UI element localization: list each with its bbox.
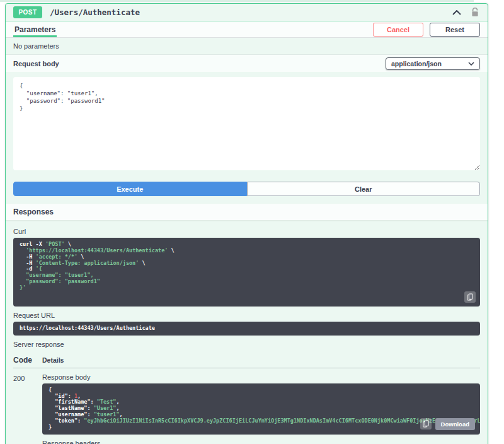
opblock-summary[interactable]: POST /Users/Authenticate: [6, 4, 488, 21]
request-body-area: { "username": "tuser1", "password": "pas…: [6, 72, 488, 177]
responses-inner: Curl curl -X 'POST' \ 'https://localhost…: [6, 220, 488, 444]
content-type-value: application/json: [391, 60, 442, 67]
chevron-up-icon: [452, 10, 461, 15]
code-line: "password": "password1": [20, 279, 474, 285]
authorize-lock-button[interactable]: [470, 6, 480, 18]
response-body-label: Response body: [42, 373, 480, 381]
response-headers-label: Response headers: [42, 440, 480, 444]
download-button[interactable]: Download: [435, 418, 475, 430]
response-body-text: { "id": 1, "firstName": "Test", "lastNam…: [49, 387, 474, 431]
code-line: }': [20, 285, 474, 291]
clipboard-icon: [467, 293, 473, 301]
server-response-row: 200 Response body { "id": 1, "firstName"…: [13, 368, 480, 444]
server-response-table-header: Code Details: [13, 351, 480, 368]
code-line: 'https://localhost:44343/Users/Authentic…: [20, 248, 474, 254]
content-type-select[interactable]: application/json: [386, 57, 480, 70]
curl-command-block: curl -X 'POST' \ 'https://localhost:4434…: [13, 238, 480, 307]
endpoint-path: /Users/Authenticate: [50, 8, 140, 17]
clipboard-icon: [423, 420, 429, 428]
operation-tabbar: Parameters Cancel Reset: [6, 21, 488, 38]
cancel-button[interactable]: Cancel: [373, 23, 423, 37]
clear-button[interactable]: Clear: [247, 182, 481, 196]
code-line: -H 'Content-Type: application/json' \: [20, 260, 474, 267]
request-url-value: https://localhost:44343/Users/Authentica…: [13, 322, 480, 336]
responses-section-title: Responses: [13, 207, 54, 216]
response-details: Response body { "id": 1, "firstName": "T…: [42, 373, 480, 444]
method-badge: POST: [13, 6, 42, 18]
server-response-label: Server response: [13, 341, 480, 348]
request-body-label: Request body: [13, 60, 59, 67]
status-code: 200: [13, 373, 42, 444]
curl-label: Curl: [13, 228, 480, 235]
details-column-header: Details: [42, 356, 64, 364]
response-body-actions: Download: [420, 418, 475, 430]
copy-response-button[interactable]: [420, 418, 432, 429]
reset-button[interactable]: Reset: [430, 23, 480, 37]
copy-curl-button[interactable]: [464, 291, 476, 303]
collapse-button[interactable]: [451, 9, 462, 16]
unlock-icon: [471, 8, 479, 17]
no-parameters-message: No parameters: [6, 38, 488, 55]
execute-row: Execute Clear: [6, 177, 488, 204]
code-line: }: [49, 424, 474, 431]
previous-block-edge: [0, 0, 474, 2]
curl-command-text: curl -X 'POST' \ 'https://localhost:4434…: [20, 242, 474, 291]
code-line: {: [49, 387, 474, 394]
execute-button[interactable]: Execute: [13, 182, 247, 196]
request-body-editor[interactable]: { "username": "tuser1", "password": "pas…: [13, 77, 480, 170]
code-column-header: Code: [13, 356, 42, 365]
responses-section-header: Responses: [6, 204, 488, 220]
code-line: "token": "eyJhbGciOiJIUzI1NiIsInR5cCI6Ik…: [49, 418, 474, 424]
response-body-block: { "id": 1, "firstName": "Test", "lastNam…: [42, 383, 480, 435]
request-url-label: Request URL: [13, 312, 480, 319]
opblock-post-users-authenticate: POST /Users/Authenticate Parameters Canc…: [5, 3, 488, 444]
swagger-try-it-out-page: POST /Users/Authenticate Parameters Canc…: [0, 0, 504, 444]
request-body-header: Request body application/json: [6, 55, 488, 72]
chevron-down-icon: [468, 62, 474, 66]
tab-parameters[interactable]: Parameters: [13, 21, 57, 37]
